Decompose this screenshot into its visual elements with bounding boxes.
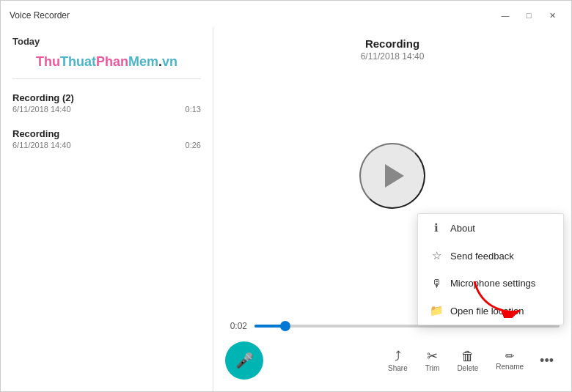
more-icon: ••• — [540, 353, 554, 369]
left-panel-header: Today ThuThuatPhanMem.vn — [1, 27, 213, 78]
recording-date: 6/11/2018 14:40 — [12, 105, 71, 114]
right-panel-header: Recording 6/11/2018 14:40 — [213, 27, 571, 67]
active-recording-title: Recording — [228, 37, 557, 50]
delete-icon: 🗑 — [461, 350, 474, 363]
trim-button[interactable]: ✂ Trim — [418, 345, 447, 377]
menu-item-feedback[interactable]: ☆ Send feedback — [418, 242, 563, 270]
logo-vn: vn — [162, 54, 177, 69]
menu-item-mic-settings[interactable]: 🎙 Microphone settings — [418, 270, 563, 297]
main-content: Today ThuThuatPhanMem.vn Recording (2) 6… — [1, 27, 571, 391]
open-location-icon: 📁 — [430, 304, 443, 317]
logo-phan: Phan — [96, 54, 128, 69]
play-icon — [385, 164, 404, 188]
recording-date: 6/11/2018 14:40 — [12, 141, 71, 149]
recording-duration: 0:26 — [186, 141, 201, 149]
rename-icon: ✏ — [505, 350, 515, 361]
app-title: Voice Recorder — [10, 10, 70, 21]
open-location-label: Open file location — [450, 306, 524, 317]
minimize-button[interactable]: — — [495, 7, 516, 23]
recording-name: Recording (2) — [12, 92, 201, 103]
time-current: 0:02 — [225, 321, 247, 331]
play-button[interactable] — [359, 143, 425, 209]
feedback-icon: ☆ — [430, 249, 443, 262]
window-controls: — □ ✕ — [495, 7, 562, 23]
share-label: Share — [388, 364, 408, 372]
delete-label: Delete — [457, 364, 478, 372]
mic-icon: 🎤 — [235, 352, 254, 369]
recording-meta: 6/11/2018 14:40 0:13 — [12, 105, 201, 114]
menu-item-open-location[interactable]: 📁 Open file location — [418, 297, 563, 325]
recording-name: Recording — [12, 128, 201, 139]
right-panel: Recording 6/11/2018 14:40 ⚑ 0:02 — [213, 27, 571, 391]
recording-list: Recording (2) 6/11/2018 14:40 0:13 Recor… — [1, 79, 213, 391]
trim-label: Trim — [425, 364, 440, 372]
menu-item-about[interactable]: ℹ About — [418, 214, 563, 242]
mic-button[interactable]: 🎤 — [225, 341, 263, 380]
toolbar-actions: ⤴ Share ✂ Trim 🗑 Delete ✏ — [381, 345, 560, 377]
today-label: Today — [12, 36, 201, 47]
more-button[interactable]: ••• — [534, 349, 560, 373]
toolbar-row: 🎤 ⤴ Share ✂ Trim 🗑 Delete — [225, 341, 560, 380]
delete-button[interactable]: 🗑 Delete — [450, 345, 485, 377]
close-button[interactable]: ✕ — [542, 7, 562, 23]
recording-meta: 6/11/2018 14:40 0:26 — [12, 141, 201, 149]
rename-button[interactable]: ✏ Rename — [488, 346, 531, 375]
rename-label: Rename — [496, 363, 524, 371]
feedback-label: Send feedback — [450, 251, 514, 262]
list-item[interactable]: Recording (2) 6/11/2018 14:40 0:13 — [1, 85, 213, 121]
logo-thu: Thu — [36, 54, 60, 69]
about-icon: ℹ — [430, 221, 443, 234]
logo-thuat: Thuat — [60, 54, 96, 69]
active-recording-date: 6/11/2018 14:40 — [228, 51, 557, 62]
logo-mem: Mem — [128, 54, 158, 69]
list-item[interactable]: Recording 6/11/2018 14:40 0:26 — [1, 121, 213, 157]
mic-settings-icon: 🎙 — [430, 277, 443, 289]
mic-settings-label: Microphone settings — [450, 278, 535, 289]
maximize-button[interactable]: □ — [518, 7, 539, 23]
share-icon: ⤴ — [395, 350, 401, 363]
progress-knob[interactable] — [280, 321, 290, 331]
logo: ThuThuatPhanMem.vn — [12, 50, 201, 74]
share-button[interactable]: ⤴ Share — [381, 345, 415, 377]
recording-duration: 0:13 — [186, 105, 201, 114]
titlebar: Voice Recorder — □ ✕ — [1, 1, 571, 27]
context-menu: ℹ About ☆ Send feedback 🎙 Microphone set… — [417, 213, 564, 325]
app-window: Voice Recorder — □ ✕ Today ThuThuatPhanM… — [0, 0, 572, 392]
about-label: About — [450, 223, 475, 234]
trim-icon: ✂ — [427, 350, 438, 363]
left-panel: Today ThuThuatPhanMem.vn Recording (2) 6… — [1, 27, 213, 391]
